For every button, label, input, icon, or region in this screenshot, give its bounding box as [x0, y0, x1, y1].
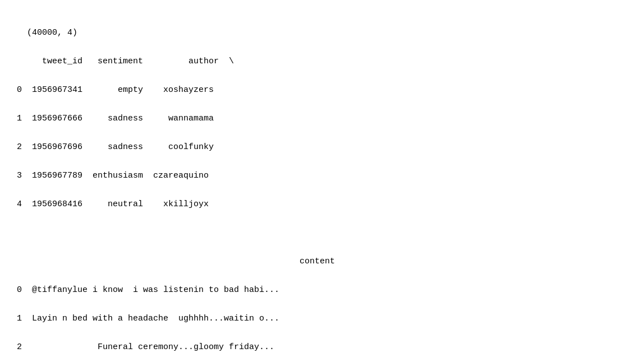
line12: 2 Funeral ceremony...gloomy friday...: [17, 342, 274, 352]
line4: 1 1956967666 sadness wannamama: [17, 114, 214, 123]
line11: 1 Layin n bed with a headache ughhhh...w…: [17, 314, 279, 323]
line7: 4 1956968416 neutral xkilljoyx: [17, 199, 209, 209]
output-block: (40000, 4) tweet_id sentiment author \ 0…: [17, 11, 627, 362]
line5: 2 1956967696 sadness coolfunky: [17, 142, 214, 152]
line6: 3 1956967789 enthusiasm czareaquino: [17, 171, 209, 180]
line10: 0 @tiffanylue i know i was listenin to b…: [17, 285, 279, 295]
line9: content: [17, 257, 335, 266]
line2: tweet_id sentiment author \: [17, 57, 234, 66]
line1: (40000, 4): [27, 28, 77, 38]
line3: 0 1956967341 empty xoshayzers: [17, 85, 214, 95]
